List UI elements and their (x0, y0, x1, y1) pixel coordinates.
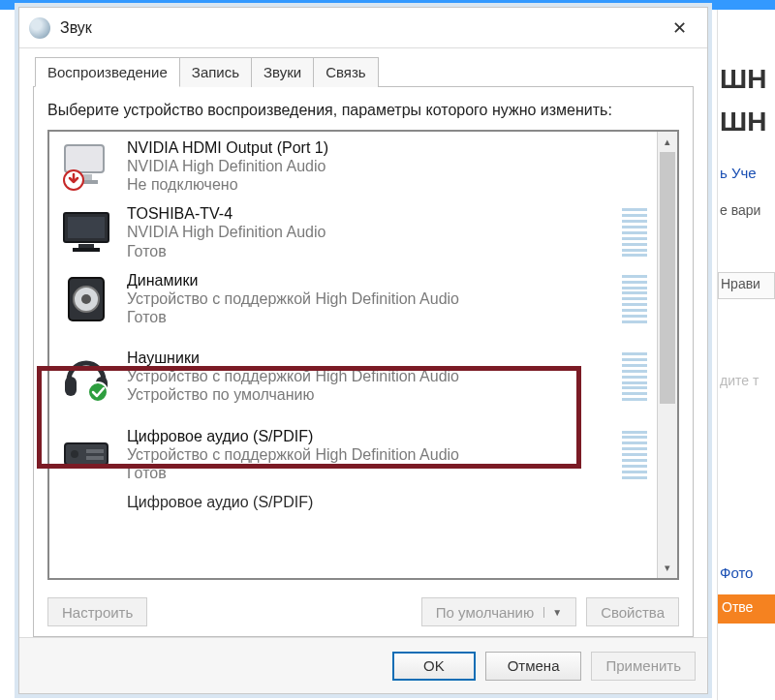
svg-rect-0 (65, 145, 104, 172)
device-item[interactable]: Цифровое аудио (S/PDIF) (49, 488, 657, 554)
svg-rect-5 (68, 217, 105, 238)
device-list-inner[interactable]: NVIDIA HDMI Output (Port 1) NVIDIA High … (49, 132, 657, 578)
device-item[interactable]: Цифровое аудио (S/PDIF) Устройство с под… (49, 422, 657, 488)
bg-heading: ШН (718, 58, 775, 101)
device-name: Цифровое аудио (S/PDIF) (127, 494, 647, 511)
bg-photo-link[interactable]: Фото (718, 559, 775, 587)
close-icon: ✕ (672, 17, 687, 39)
headphones-icon (59, 350, 113, 404)
set-default-label: По умолчанию (436, 604, 534, 621)
scroll-thumb[interactable] (660, 152, 675, 404)
tab-sounds[interactable]: Звуки (251, 57, 314, 87)
device-item[interactable]: Динамики Устройство с поддержкой High De… (49, 266, 657, 332)
device-name: TOSHIBA-TV-4 (127, 205, 614, 223)
sound-icon (29, 17, 50, 39)
svg-rect-16 (86, 449, 104, 453)
device-driver: NVIDIA High Definition Audio (127, 157, 647, 175)
device-item[interactable]: Наушники Устройство с поддержкой High De… (49, 332, 657, 421)
svg-rect-7 (73, 248, 100, 252)
sound-dialog: Звук ✕ Воспроизведение Запись Звуки Связ… (18, 7, 708, 694)
tab-record[interactable]: Запись (179, 57, 252, 87)
receiver-icon (59, 428, 113, 482)
apply-button[interactable]: Применить (591, 652, 696, 681)
device-driver: Устройство с поддержкой High Definition … (127, 445, 614, 464)
titlebar[interactable]: Звук ✕ (19, 8, 707, 48)
device-driver: Устройство с поддержкой High Definition … (127, 367, 614, 385)
svg-point-15 (71, 450, 78, 458)
level-meter (622, 428, 647, 482)
level-meter (622, 205, 647, 259)
close-button[interactable]: ✕ (657, 13, 701, 44)
properties-button[interactable]: Свойства (586, 597, 679, 626)
scroll-track[interactable] (658, 152, 677, 558)
ok-button[interactable]: OK (392, 652, 476, 681)
tab-container: Воспроизведение Запись Звуки Связь Выбер… (19, 48, 707, 637)
bg-answer-button[interactable]: Отве (718, 594, 775, 624)
tab-comm[interactable]: Связь (313, 57, 378, 87)
scroll-down-arrow-icon[interactable]: ▾ (658, 558, 677, 578)
level-meter (622, 350, 647, 404)
dialog-button-row: OK Отмена Применить (19, 637, 707, 693)
device-name: Цифровое аудио (S/PDIF) (127, 428, 614, 445)
svg-rect-6 (78, 244, 94, 248)
svg-rect-11 (65, 377, 77, 396)
chevron-down-icon: ▼ (543, 607, 562, 618)
bg-like-button[interactable]: Нрави (718, 272, 775, 299)
device-item[interactable]: NVIDIA HDMI Output (Port 1) NVIDIA High … (49, 134, 657, 199)
device-name: Динамики (127, 272, 614, 289)
tab-bottom-row: Настроить По умолчанию ▼ Свойства (47, 580, 679, 626)
bg-placeholder: дите т (718, 367, 775, 394)
device-name: Наушники (127, 350, 614, 367)
svg-rect-17 (86, 456, 104, 460)
set-default-button[interactable]: По умолчанию ▼ (421, 597, 576, 626)
svg-point-13 (88, 382, 108, 402)
device-status: Готов (127, 242, 614, 260)
svg-point-10 (81, 294, 91, 304)
level-meter (622, 272, 647, 326)
device-item[interactable]: TOSHIBA-TV-4 NVIDIA High Definition Audi… (49, 199, 657, 265)
tab-strip: Воспроизведение Запись Звуки Связь (35, 56, 694, 86)
cancel-button[interactable]: Отмена (485, 652, 582, 681)
device-list: NVIDIA HDMI Output (Port 1) NVIDIA High … (47, 130, 679, 580)
sound-dialog-frame: Звук ✕ Воспроизведение Запись Звуки Связ… (15, 3, 712, 698)
tab-body: Выберите устройство воспроизведения, пар… (33, 86, 694, 637)
monitor-unplugged-icon (59, 139, 113, 194)
scroll-up-arrow-icon[interactable]: ▴ (658, 132, 677, 152)
instruction-text: Выберите устройство воспроизведения, пар… (47, 101, 679, 120)
device-driver: Устройство с поддержкой High Definition … (127, 289, 614, 308)
device-status: Устройство по умолчанию (127, 385, 614, 404)
dialog-title: Звук (60, 19, 657, 37)
device-status: Готов (127, 308, 614, 326)
background-page: ШН ШН ь Уче е вари Нрави дите т Фото Отв… (717, 0, 775, 700)
device-status: Не подключено (127, 175, 647, 194)
device-name: NVIDIA HDMI Output (Port 1) (127, 139, 647, 157)
receiver-icon (59, 494, 113, 548)
device-driver: NVIDIA High Definition Audio (127, 223, 614, 241)
tv-icon (59, 205, 113, 259)
configure-button[interactable]: Настроить (47, 597, 147, 626)
bg-login-link[interactable]: ь Уче (718, 159, 775, 187)
bg-text: е вари (718, 197, 775, 224)
scrollbar[interactable]: ▴ ▾ (657, 132, 677, 578)
bg-heading: ШН (718, 101, 775, 143)
tab-playback[interactable]: Воспроизведение (35, 57, 180, 87)
speaker-icon (59, 272, 113, 326)
device-status: Готов (127, 464, 614, 482)
